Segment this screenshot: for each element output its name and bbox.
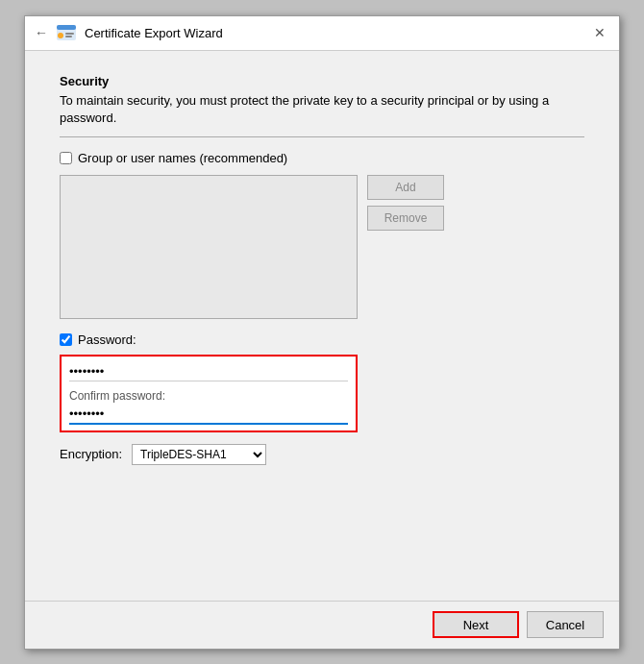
back-button[interactable]: ← <box>35 25 48 40</box>
dialog-footer: Next Cancel <box>25 601 619 649</box>
svg-rect-1 <box>57 25 76 30</box>
password-checkbox-label: Password: <box>78 332 136 347</box>
side-buttons: Add Remove <box>367 175 444 231</box>
section-heading: Security <box>60 74 584 88</box>
encryption-label: Encryption: <box>60 447 122 461</box>
password-section: Password: Confirm password: <box>60 332 584 432</box>
svg-rect-4 <box>65 36 72 37</box>
dialog-content: Security To maintain security, you must … <box>25 51 619 601</box>
certificate-export-dialog: ← Certificate Export Wizard ✕ Security T… <box>24 15 620 650</box>
confirm-label: Confirm password: <box>69 389 348 403</box>
svg-rect-3 <box>65 33 74 35</box>
listbox-area: Add Remove <box>60 175 584 319</box>
password-field-group: Confirm password: <box>60 355 358 432</box>
title-bar: ← Certificate Export Wizard ✕ <box>25 16 619 51</box>
encryption-row: Encryption: TripleDES-SHA1 AES256-SHA256 <box>60 444 584 465</box>
password-checkbox[interactable] <box>60 333 72 346</box>
dialog-title: Certificate Export Wizard <box>85 26 223 40</box>
section-divider <box>60 136 584 137</box>
encryption-select[interactable]: TripleDES-SHA1 AES256-SHA256 <box>132 444 266 465</box>
add-button[interactable]: Add <box>367 175 444 200</box>
password-checkbox-row: Password: <box>60 332 584 347</box>
group-listbox[interactable] <box>60 175 358 319</box>
password-input[interactable] <box>69 362 348 381</box>
group-checkbox-label: Group or user names (recommended) <box>78 151 287 165</box>
remove-button[interactable]: Remove <box>367 206 444 231</box>
wizard-icon <box>56 22 77 43</box>
group-checkbox[interactable] <box>60 152 72 164</box>
svg-point-2 <box>58 33 63 38</box>
close-button[interactable]: ✕ <box>588 21 611 44</box>
cancel-button[interactable]: Cancel <box>527 611 604 638</box>
group-checkbox-row: Group or user names (recommended) <box>60 151 584 165</box>
confirm-password-input[interactable] <box>69 405 348 425</box>
title-bar-left: ← Certificate Export Wizard <box>35 22 223 43</box>
section-description: To maintain security, you must protect t… <box>60 92 584 127</box>
next-button[interactable]: Next <box>433 611 519 638</box>
